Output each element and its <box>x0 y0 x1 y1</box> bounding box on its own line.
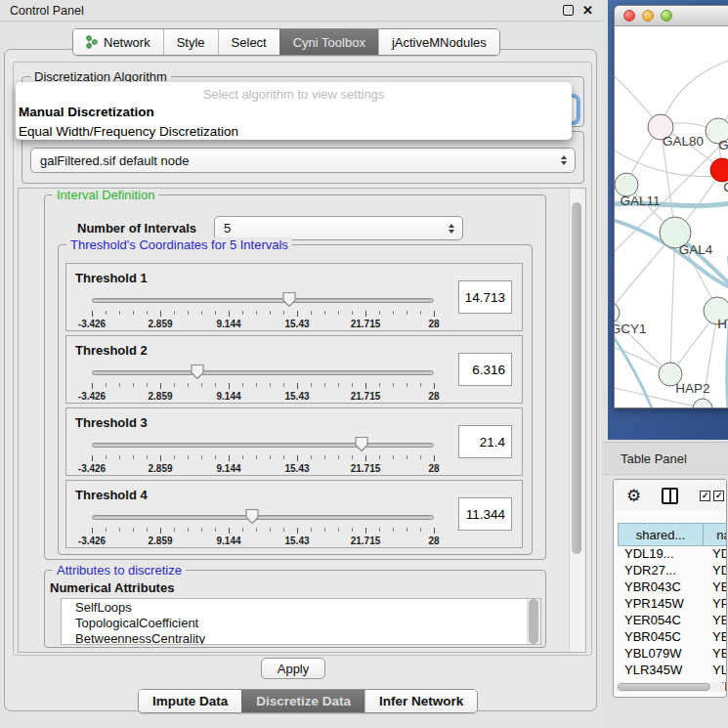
threshold-slider[interactable]: -3.4262.8599.14415.4321.71528 <box>92 506 434 547</box>
tick-mark <box>297 528 298 534</box>
network-canvas[interactable]: GAL80GACGAL11GAL4GCY1HHAP2 <box>615 26 728 407</box>
tick-label: 15.43 <box>284 463 309 474</box>
bottom-tab-impute-data[interactable]: Impute Data <box>139 690 241 712</box>
tick-mark <box>215 455 216 459</box>
algorithm-option-manual-discretization[interactable]: Manual Discretization <box>16 103 572 122</box>
tick-mark <box>420 311 421 315</box>
minimize-traffic-light-icon[interactable] <box>642 10 654 21</box>
network-node[interactable] <box>693 399 712 407</box>
table-row[interactable]: YBL079WYBL0 <box>618 646 727 663</box>
threshold-value-field[interactable]: 6.316 <box>458 353 512 386</box>
table-row[interactable]: YBR045CYBR0 <box>618 629 727 646</box>
tick-label: 9.144 <box>216 535 240 546</box>
tab-style[interactable]: Style <box>163 29 218 55</box>
tick-mark <box>215 311 216 315</box>
tick-mark <box>338 311 339 315</box>
attribute-item-selfloops[interactable]: SelfLoops <box>62 599 540 615</box>
tick-mark <box>229 528 230 534</box>
network-desktop: GAL80GACGAL11GAL4GCY1HHAP2 <box>608 0 728 440</box>
slider-thumb[interactable] <box>245 508 260 525</box>
tick-label: 21.715 <box>351 319 381 329</box>
group-title-interval: Interval Definition <box>53 188 158 202</box>
numerical-attributes-list[interactable]: SelfLoopsTopologicalCoefficientBetweenne… <box>61 598 541 645</box>
tab-cyni-toolbox[interactable]: Cyni Toolbox <box>279 29 378 55</box>
slider-track[interactable] <box>92 298 434 303</box>
network-node-gcy1[interactable] <box>615 302 620 323</box>
attribute-item-betweennesscentrality[interactable]: BetweennessCentrality <box>62 630 540 645</box>
float-icon[interactable] <box>563 5 574 16</box>
threshold-slider[interactable]: -3.4262.8599.14415.4321.71528 <box>92 362 434 403</box>
bottom-tab-infer-network[interactable]: Infer Network <box>364 690 477 712</box>
combo-spinner-icon <box>444 224 458 234</box>
tick-mark <box>352 528 353 532</box>
tick-mark <box>324 311 325 315</box>
column-header-name[interactable]: name <box>704 523 727 546</box>
checkbox-icon-1[interactable]: ✓ <box>700 491 710 501</box>
horizontal-scrollbar[interactable] <box>615 682 725 692</box>
tick-mark <box>119 383 120 387</box>
list-scrollbar[interactable] <box>527 599 540 644</box>
threshold-value-field[interactable]: 11.344 <box>458 497 512 531</box>
column-header-shared-[interactable]: shared... <box>618 523 704 546</box>
close-traffic-light-icon[interactable] <box>623 10 635 21</box>
tick-mark <box>229 455 230 461</box>
vertical-scrollbar-thumb[interactable] <box>572 202 581 554</box>
tick-mark <box>201 528 202 532</box>
attr-items: SelfLoopsTopologicalCoefficientBetweenne… <box>62 599 540 645</box>
tab-label: Select <box>232 35 267 50</box>
tick-mark <box>133 311 134 315</box>
table-row[interactable]: YDL19...YDL1 <box>618 546 727 563</box>
node-label: GCY1 <box>615 321 646 336</box>
table-row[interactable]: YDR27...YDR2 <box>618 563 727 579</box>
list-scrollbar-thumb[interactable] <box>529 599 538 644</box>
table-data-combobox[interactable]: galFiltered.sif default node <box>30 148 576 173</box>
tick-label: -3.426 <box>78 463 106 474</box>
slider-thumb[interactable] <box>355 436 369 452</box>
tab-select[interactable]: Select <box>218 29 279 55</box>
tick-label: 2.859 <box>148 463 172 474</box>
table-row[interactable]: YLR345WYLR3 <box>618 663 727 679</box>
algorithm-option-equal-width-frequency-discretization[interactable]: Equal Width/Frequency Discretization <box>16 122 572 140</box>
table-row[interactable]: YPR145WYPR1 <box>618 596 727 613</box>
number-of-intervals-label: Number of Intervals <box>77 221 196 236</box>
threshold-panel: Threshold 4 -3.4262.8599.14415.4321.7152… <box>65 480 523 548</box>
tick-label: 21.715 <box>351 391 381 402</box>
bottom-tab-discretize-data[interactable]: Discretize Data <box>241 690 364 712</box>
node-label: HAP2 <box>675 381 709 396</box>
vertical-scrollbar[interactable] <box>569 189 585 652</box>
attribute-item-topologicalcoefficient[interactable]: TopologicalCoefficient <box>62 615 540 630</box>
threshold-slider[interactable]: -3.4262.8599.14415.4321.71528 <box>92 289 434 330</box>
threshold-value-field[interactable]: 14.713 <box>458 280 512 314</box>
slider-thumb[interactable] <box>282 291 297 308</box>
algorithm-placeholder-item: Select algorithm to view settings <box>16 82 572 103</box>
tick-mark <box>393 528 394 532</box>
slider-track[interactable] <box>92 443 434 448</box>
columns-icon[interactable] <box>662 488 678 504</box>
tick-label: 2.859 <box>148 535 172 546</box>
table-row[interactable]: YER054CYER0 <box>618 613 727 629</box>
tab-jactivemnodules[interactable]: jActiveMNodules <box>378 29 499 55</box>
gear-icon[interactable]: ⚙ <box>626 488 641 504</box>
control-panel-titlebar: Control Panel ✕ <box>0 0 603 21</box>
table-toolbar: ⚙ ✓ ✓ <box>614 480 726 511</box>
slider-ticks: -3.4262.8599.14415.4321.71528 <box>92 455 434 475</box>
threshold-label: Threshold 3 <box>75 415 148 430</box>
checkbox-icon-2[interactable]: ✓ <box>713 491 724 501</box>
slider-thumb[interactable] <box>191 364 205 380</box>
thresholds-group: Threshold's Coordinates for 5 Intervals … <box>58 244 533 555</box>
horizontal-scrollbar-thumb[interactable] <box>618 683 710 691</box>
slider-track[interactable] <box>92 515 434 520</box>
table-panel-title: Table Panel <box>621 451 687 466</box>
close-icon[interactable]: ✕ <box>582 4 593 17</box>
zoom-traffic-light-icon[interactable] <box>661 10 672 21</box>
slider-track[interactable] <box>92 370 434 375</box>
table-row[interactable]: YBR043CYBR0 <box>618 579 727 596</box>
tab-network[interactable]: Network <box>73 29 163 55</box>
apply-button[interactable]: Apply <box>261 658 325 679</box>
tick-mark <box>338 383 339 387</box>
threshold-panel: Threshold 1 -3.4262.8599.14415.4321.7152… <box>65 263 523 331</box>
threshold-slider[interactable]: -3.4262.8599.14415.4321.71528 <box>92 434 434 475</box>
threshold-value-field[interactable]: 21.4 <box>458 425 512 458</box>
tick-mark <box>365 528 366 534</box>
tick-mark <box>283 383 284 387</box>
